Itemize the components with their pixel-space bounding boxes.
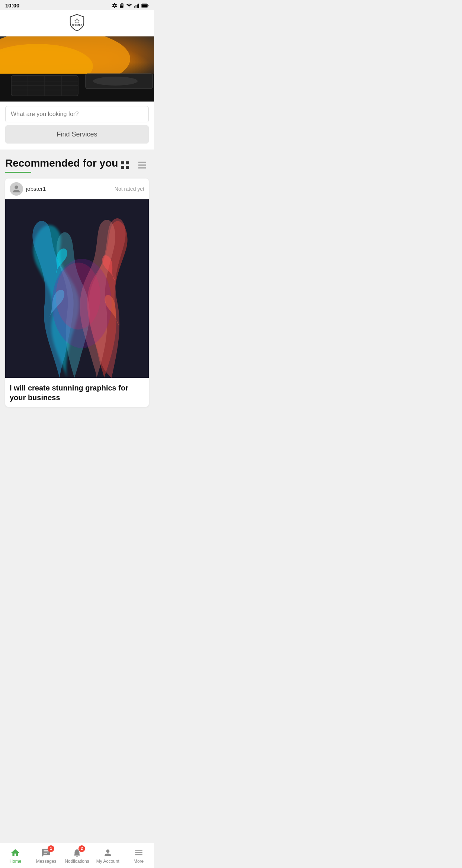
signal-icon <box>134 3 140 9</box>
svg-marker-8 <box>75 18 80 23</box>
svg-point-28 <box>15 185 18 189</box>
sd-card-icon <box>119 3 124 9</box>
status-bar: 10:00 <box>0 0 154 10</box>
hero-banner <box>0 36 154 102</box>
svg-rect-1 <box>136 5 137 7</box>
recommended-title-wrap: Recommended for you <box>5 157 118 173</box>
recommended-header: Recommended for you <box>5 157 149 173</box>
find-services-button[interactable]: Find Services <box>5 125 149 144</box>
recommended-section: Recommended for you <box>0 150 154 411</box>
status-icons <box>112 3 149 9</box>
svg-rect-0 <box>134 6 135 8</box>
grid-icon <box>120 160 130 170</box>
list-icon <box>137 160 147 170</box>
top-bar: JOBSTER <box>0 10 154 36</box>
svg-text:JOBSTER: JOBSTER <box>72 24 82 26</box>
status-time: 10:00 <box>5 2 19 9</box>
svg-point-20 <box>93 77 138 86</box>
jobster-logo: JOBSTER <box>67 13 87 32</box>
grid-view-button[interactable] <box>118 158 132 173</box>
avatar-icon <box>11 184 22 194</box>
card-user: jobster1 <box>10 182 46 196</box>
list-view-button[interactable] <box>135 158 149 173</box>
svg-rect-3 <box>138 3 139 7</box>
svg-rect-2 <box>137 4 138 7</box>
search-input[interactable] <box>11 111 143 118</box>
settings-icon <box>112 3 118 9</box>
wifi-icon <box>126 3 132 9</box>
svg-rect-22 <box>126 161 129 164</box>
recommended-title: Recommended for you <box>5 157 118 170</box>
card-image <box>5 199 149 378</box>
search-input-wrapper[interactable] <box>5 106 149 122</box>
svg-rect-5 <box>148 4 148 6</box>
car-detail-svg <box>0 36 154 102</box>
card-rating: Not rated yet <box>115 186 144 192</box>
svg-rect-26 <box>138 164 146 166</box>
service-card[interactable]: jobster1 Not rated yet <box>5 179 149 407</box>
username: jobster1 <box>26 186 46 192</box>
user-avatar <box>10 182 23 196</box>
card-header: jobster1 Not rated yet <box>5 179 149 199</box>
search-section: Find Services <box>0 102 154 150</box>
svg-rect-23 <box>121 166 124 169</box>
battery-icon <box>141 3 149 8</box>
svg-rect-25 <box>138 162 146 163</box>
svg-rect-24 <box>126 166 129 169</box>
recommended-underline <box>5 172 31 173</box>
card-title: I will create stunning graphics for your… <box>5 378 149 407</box>
logo[interactable]: JOBSTER <box>67 13 87 32</box>
smoke-art <box>5 199 149 378</box>
svg-rect-27 <box>138 167 146 169</box>
svg-rect-21 <box>121 161 124 164</box>
view-toggle <box>118 158 149 173</box>
svg-rect-6 <box>142 4 147 7</box>
